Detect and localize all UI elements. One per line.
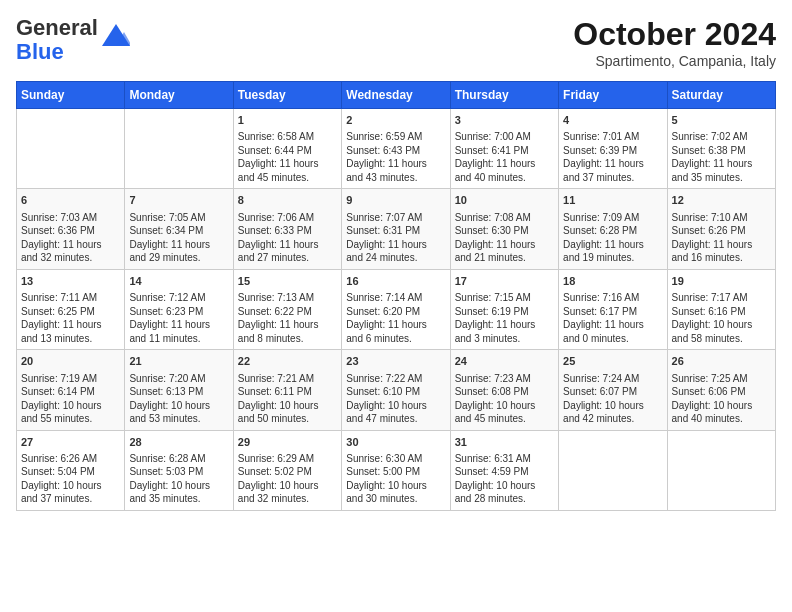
day-number: 21 bbox=[129, 354, 228, 369]
day-header-thursday: Thursday bbox=[450, 82, 558, 109]
day-number: 10 bbox=[455, 193, 554, 208]
day-content: Sunrise: 7:03 AM Sunset: 6:36 PM Dayligh… bbox=[21, 211, 120, 265]
title-block: October 2024 Spartimento, Campania, Ital… bbox=[573, 16, 776, 69]
calendar-week-row: 13Sunrise: 7:11 AM Sunset: 6:25 PM Dayli… bbox=[17, 269, 776, 349]
day-number: 31 bbox=[455, 435, 554, 450]
day-content: Sunrise: 6:31 AM Sunset: 4:59 PM Dayligh… bbox=[455, 452, 554, 506]
calendar-day-27: 27Sunrise: 6:26 AM Sunset: 5:04 PM Dayli… bbox=[17, 430, 125, 510]
calendar-day-20: 20Sunrise: 7:19 AM Sunset: 6:14 PM Dayli… bbox=[17, 350, 125, 430]
day-number: 30 bbox=[346, 435, 445, 450]
day-content: Sunrise: 7:24 AM Sunset: 6:07 PM Dayligh… bbox=[563, 372, 662, 426]
day-number: 20 bbox=[21, 354, 120, 369]
day-number: 17 bbox=[455, 274, 554, 289]
calendar-day-4: 4Sunrise: 7:01 AM Sunset: 6:39 PM Daylig… bbox=[559, 109, 667, 189]
day-header-monday: Monday bbox=[125, 82, 233, 109]
day-content: Sunrise: 7:08 AM Sunset: 6:30 PM Dayligh… bbox=[455, 211, 554, 265]
calendar-empty-cell bbox=[667, 430, 775, 510]
logo-icon bbox=[102, 24, 130, 46]
day-number: 27 bbox=[21, 435, 120, 450]
calendar-day-9: 9Sunrise: 7:07 AM Sunset: 6:31 PM Daylig… bbox=[342, 189, 450, 269]
day-header-tuesday: Tuesday bbox=[233, 82, 341, 109]
logo-text: General Blue bbox=[16, 16, 98, 64]
day-number: 29 bbox=[238, 435, 337, 450]
day-number: 22 bbox=[238, 354, 337, 369]
day-content: Sunrise: 6:29 AM Sunset: 5:02 PM Dayligh… bbox=[238, 452, 337, 506]
calendar-day-26: 26Sunrise: 7:25 AM Sunset: 6:06 PM Dayli… bbox=[667, 350, 775, 430]
calendar-day-6: 6Sunrise: 7:03 AM Sunset: 6:36 PM Daylig… bbox=[17, 189, 125, 269]
day-content: Sunrise: 7:17 AM Sunset: 6:16 PM Dayligh… bbox=[672, 291, 771, 345]
day-content: Sunrise: 7:07 AM Sunset: 6:31 PM Dayligh… bbox=[346, 211, 445, 265]
calendar-day-8: 8Sunrise: 7:06 AM Sunset: 6:33 PM Daylig… bbox=[233, 189, 341, 269]
day-content: Sunrise: 7:16 AM Sunset: 6:17 PM Dayligh… bbox=[563, 291, 662, 345]
day-content: Sunrise: 7:15 AM Sunset: 6:19 PM Dayligh… bbox=[455, 291, 554, 345]
day-header-friday: Friday bbox=[559, 82, 667, 109]
day-content: Sunrise: 7:05 AM Sunset: 6:34 PM Dayligh… bbox=[129, 211, 228, 265]
calendar-week-row: 1Sunrise: 6:58 AM Sunset: 6:44 PM Daylig… bbox=[17, 109, 776, 189]
calendar-day-5: 5Sunrise: 7:02 AM Sunset: 6:38 PM Daylig… bbox=[667, 109, 775, 189]
day-header-wednesday: Wednesday bbox=[342, 82, 450, 109]
calendar-day-19: 19Sunrise: 7:17 AM Sunset: 6:16 PM Dayli… bbox=[667, 269, 775, 349]
day-number: 4 bbox=[563, 113, 662, 128]
day-content: Sunrise: 7:22 AM Sunset: 6:10 PM Dayligh… bbox=[346, 372, 445, 426]
day-number: 14 bbox=[129, 274, 228, 289]
day-number: 24 bbox=[455, 354, 554, 369]
day-number: 5 bbox=[672, 113, 771, 128]
day-content: Sunrise: 7:09 AM Sunset: 6:28 PM Dayligh… bbox=[563, 211, 662, 265]
day-number: 12 bbox=[672, 193, 771, 208]
calendar-day-10: 10Sunrise: 7:08 AM Sunset: 6:30 PM Dayli… bbox=[450, 189, 558, 269]
day-content: Sunrise: 7:25 AM Sunset: 6:06 PM Dayligh… bbox=[672, 372, 771, 426]
calendar-week-row: 6Sunrise: 7:03 AM Sunset: 6:36 PM Daylig… bbox=[17, 189, 776, 269]
calendar-day-14: 14Sunrise: 7:12 AM Sunset: 6:23 PM Dayli… bbox=[125, 269, 233, 349]
day-number: 13 bbox=[21, 274, 120, 289]
calendar-day-28: 28Sunrise: 6:28 AM Sunset: 5:03 PM Dayli… bbox=[125, 430, 233, 510]
calendar-day-3: 3Sunrise: 7:00 AM Sunset: 6:41 PM Daylig… bbox=[450, 109, 558, 189]
calendar-day-31: 31Sunrise: 6:31 AM Sunset: 4:59 PM Dayli… bbox=[450, 430, 558, 510]
day-number: 19 bbox=[672, 274, 771, 289]
day-number: 3 bbox=[455, 113, 554, 128]
logo-general: General bbox=[16, 15, 98, 40]
day-number: 7 bbox=[129, 193, 228, 208]
day-number: 28 bbox=[129, 435, 228, 450]
day-content: Sunrise: 6:58 AM Sunset: 6:44 PM Dayligh… bbox=[238, 130, 337, 184]
day-number: 23 bbox=[346, 354, 445, 369]
calendar-day-17: 17Sunrise: 7:15 AM Sunset: 6:19 PM Dayli… bbox=[450, 269, 558, 349]
day-content: Sunrise: 7:14 AM Sunset: 6:20 PM Dayligh… bbox=[346, 291, 445, 345]
day-content: Sunrise: 7:10 AM Sunset: 6:26 PM Dayligh… bbox=[672, 211, 771, 265]
day-content: Sunrise: 7:01 AM Sunset: 6:39 PM Dayligh… bbox=[563, 130, 662, 184]
calendar-day-1: 1Sunrise: 6:58 AM Sunset: 6:44 PM Daylig… bbox=[233, 109, 341, 189]
calendar-empty-cell bbox=[125, 109, 233, 189]
calendar-week-row: 20Sunrise: 7:19 AM Sunset: 6:14 PM Dayli… bbox=[17, 350, 776, 430]
calendar-table: SundayMondayTuesdayWednesdayThursdayFrid… bbox=[16, 81, 776, 511]
logo-blue: Blue bbox=[16, 39, 64, 64]
day-number: 11 bbox=[563, 193, 662, 208]
day-number: 2 bbox=[346, 113, 445, 128]
day-number: 18 bbox=[563, 274, 662, 289]
calendar-header-row: SundayMondayTuesdayWednesdayThursdayFrid… bbox=[17, 82, 776, 109]
day-content: Sunrise: 6:26 AM Sunset: 5:04 PM Dayligh… bbox=[21, 452, 120, 506]
calendar-day-29: 29Sunrise: 6:29 AM Sunset: 5:02 PM Dayli… bbox=[233, 430, 341, 510]
logo: General Blue bbox=[16, 16, 130, 64]
day-number: 9 bbox=[346, 193, 445, 208]
calendar-day-12: 12Sunrise: 7:10 AM Sunset: 6:26 PM Dayli… bbox=[667, 189, 775, 269]
calendar-day-15: 15Sunrise: 7:13 AM Sunset: 6:22 PM Dayli… bbox=[233, 269, 341, 349]
calendar-empty-cell bbox=[559, 430, 667, 510]
calendar-day-11: 11Sunrise: 7:09 AM Sunset: 6:28 PM Dayli… bbox=[559, 189, 667, 269]
calendar-day-18: 18Sunrise: 7:16 AM Sunset: 6:17 PM Dayli… bbox=[559, 269, 667, 349]
calendar-day-13: 13Sunrise: 7:11 AM Sunset: 6:25 PM Dayli… bbox=[17, 269, 125, 349]
day-content: Sunrise: 7:11 AM Sunset: 6:25 PM Dayligh… bbox=[21, 291, 120, 345]
calendar-empty-cell bbox=[17, 109, 125, 189]
day-content: Sunrise: 7:06 AM Sunset: 6:33 PM Dayligh… bbox=[238, 211, 337, 265]
day-content: Sunrise: 7:19 AM Sunset: 6:14 PM Dayligh… bbox=[21, 372, 120, 426]
calendar-day-16: 16Sunrise: 7:14 AM Sunset: 6:20 PM Dayli… bbox=[342, 269, 450, 349]
month-title: October 2024 bbox=[573, 16, 776, 53]
calendar-day-30: 30Sunrise: 6:30 AM Sunset: 5:00 PM Dayli… bbox=[342, 430, 450, 510]
page-header: General Blue October 2024 Spartimento, C… bbox=[16, 16, 776, 69]
calendar-week-row: 27Sunrise: 6:26 AM Sunset: 5:04 PM Dayli… bbox=[17, 430, 776, 510]
day-content: Sunrise: 7:13 AM Sunset: 6:22 PM Dayligh… bbox=[238, 291, 337, 345]
day-content: Sunrise: 7:21 AM Sunset: 6:11 PM Dayligh… bbox=[238, 372, 337, 426]
day-content: Sunrise: 6:59 AM Sunset: 6:43 PM Dayligh… bbox=[346, 130, 445, 184]
day-number: 8 bbox=[238, 193, 337, 208]
day-content: Sunrise: 7:02 AM Sunset: 6:38 PM Dayligh… bbox=[672, 130, 771, 184]
day-number: 15 bbox=[238, 274, 337, 289]
day-number: 16 bbox=[346, 274, 445, 289]
